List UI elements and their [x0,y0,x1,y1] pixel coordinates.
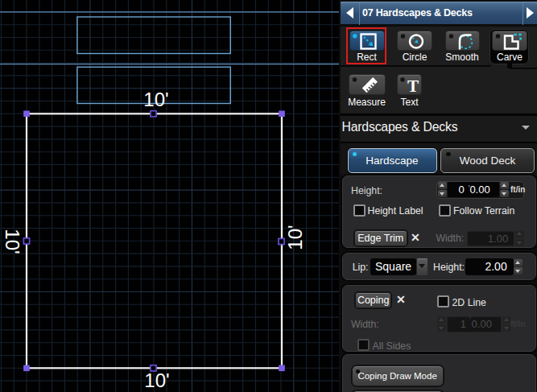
svg-text:10': 10' [143,89,168,110]
svg-text:10': 10' [2,229,23,254]
svg-text:T: T [407,76,419,96]
svg-text:10': 10' [284,225,306,250]
svg-text:10': 10' [144,369,169,391]
